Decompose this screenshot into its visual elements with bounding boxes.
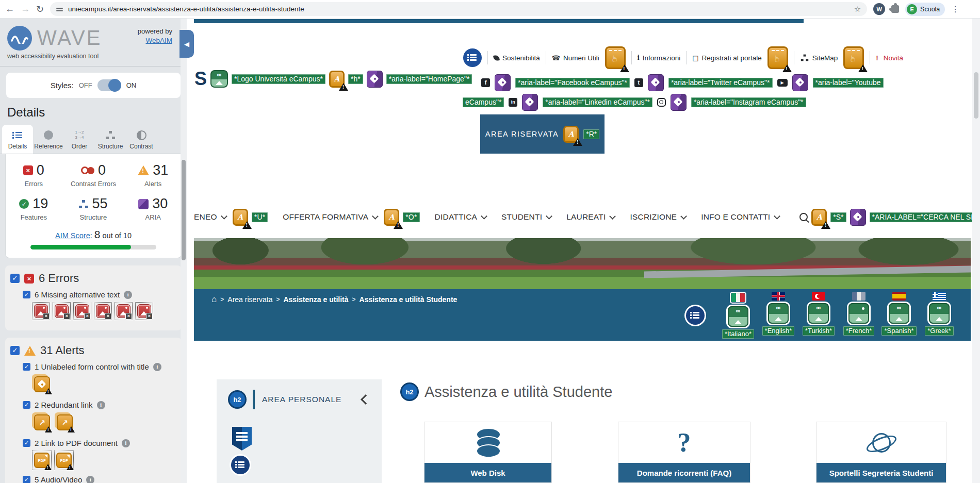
nav-numeri-utili[interactable]: ☎Numeri Utili [552,54,599,62]
h2-badge[interactable]: h2 [228,390,247,409]
tab-reference[interactable]: Reference [33,125,64,154]
lang-french[interactable]: *French* [839,292,879,336]
uk-flag-icon[interactable] [772,292,785,301]
errors-section-checkbox[interactable] [10,274,20,283]
info-icon[interactable] [122,439,130,447]
nav-shield-icon[interactable] [232,427,252,451]
youtube-icon[interactable]: ▶ [777,79,788,87]
h2-badge[interactable]: h2 [400,382,419,401]
linked-image-icon[interactable] [929,303,950,324]
wave-extension-icon[interactable]: W [873,3,885,15]
missing-alt-icon[interactable]: × [32,302,50,320]
facebook-annotation[interactable]: *aria-label="Facebook eCampus"* [515,78,630,88]
missing-alt-checkbox[interactable] [23,291,30,298]
language-menu-icon[interactable] [686,306,705,325]
redundant-link-checkbox[interactable] [23,401,30,409]
pdf-link-icon[interactable] [54,451,74,470]
lang-spanish[interactable]: *Spanish* [879,292,919,336]
linkedin-annotation[interactable]: *aria-label="Linkedin eCampus"* [543,97,652,107]
heading-annotation[interactable]: *h* [348,74,363,84]
styles-toggle[interactable] [97,79,121,91]
tab-details[interactable]: Details [2,125,33,154]
nav-iscrizione[interactable]: ISCRIZIONE [630,212,686,222]
facebook-icon[interactable]: f [481,78,490,87]
extensions-puzzle-icon[interactable] [891,5,899,13]
info-icon[interactable] [86,476,94,483]
linked-image-icon[interactable] [210,70,228,88]
turkey-flag-icon[interactable] [812,292,825,301]
o-annotation[interactable]: *O* [403,212,419,222]
info-icon[interactable] [153,363,161,371]
unlabeled-form-checkbox[interactable] [23,363,30,371]
nav-registrati[interactable]: ▤Registrati al portale [692,54,762,62]
aria-label-tag-icon[interactable] [850,209,866,226]
breadcrumb-item[interactable]: Assistenza e utilità [283,295,348,304]
lang-english[interactable]: *English* [758,292,798,336]
aria-label-tag-icon[interactable] [671,94,687,111]
unlabeled-form-icon[interactable] [32,374,52,395]
lang-greek[interactable]: *Greek* [919,292,959,336]
device-dependent-alert-icon[interactable] [843,46,864,69]
nav-laureati[interactable]: LAUREATI [566,212,615,222]
instagram-icon[interactable] [657,98,666,107]
alt-text-alert-icon[interactable] [329,71,345,88]
nav-sostenibilita[interactable]: Sostenibilità [494,54,540,62]
r-annotation[interactable]: *R* [583,129,599,139]
browser-menu-icon[interactable]: ⋮ [951,4,959,14]
url-text[interactable]: uniecampus.it/area-riservata/assistenza-… [68,5,304,13]
alt-text-alert-icon[interactable] [233,209,248,226]
nav-studenti[interactable]: STUDENTI [501,212,551,222]
missing-alt-icon[interactable]: × [73,302,91,320]
menu-list-icon[interactable] [463,48,482,67]
site-logo-fragment[interactable]: S [194,68,207,90]
wave-scrollbar-thumb[interactable] [182,160,186,260]
search-icon[interactable] [799,213,808,221]
linked-image-icon[interactable] [728,306,748,327]
card-faq[interactable]: Domande ricorrenti (FAQ) [618,422,750,483]
aria-label-tag-icon[interactable] [792,74,808,91]
lang-turkish[interactable]: *Turkish* [798,292,839,336]
back-icon[interactable]: ← [5,4,14,14]
youtube-annotation-part2[interactable]: eCampus"* [463,97,504,107]
card-web-disk[interactable]: Web Disk [424,422,552,483]
tab-structure[interactable]: Structure [95,125,126,154]
linked-image-icon[interactable] [889,303,909,324]
audio-video-checkbox[interactable] [23,476,30,483]
alt-text-alert-icon[interactable] [384,209,399,226]
nav-ateneo[interactable]: ENEO *U* [194,209,268,226]
france-flag-icon[interactable] [852,292,865,301]
youtube-annotation-part1[interactable]: *aria-label="Youtube [813,78,884,88]
alerts-section-checkbox[interactable] [10,346,20,355]
list-menu-icon[interactable] [231,456,250,474]
redundant-link-icon[interactable] [55,412,75,434]
page-scrollbar[interactable] [972,19,980,483]
reload-icon[interactable]: ↻ [36,4,44,15]
tab-contrast[interactable]: Contrast [126,125,157,154]
breadcrumb-item[interactable]: Area riservata [227,295,272,304]
alt-text-alert-icon[interactable] [563,126,579,143]
wave-collapse-button[interactable]: ◀ [179,30,194,58]
site-settings-icon[interactable] [56,6,63,12]
alt-text-alert-icon[interactable] [811,209,827,226]
nav-sitemap[interactable]: SiteMap [800,54,838,62]
nav-novita[interactable]: !Novità [876,54,903,62]
info-icon[interactable] [97,401,105,409]
bookmark-star-icon[interactable]: ☆ [854,5,861,14]
linkedin-icon[interactable]: in [509,98,517,107]
aria-label-tag-icon[interactable] [522,94,538,111]
spain-flag-icon[interactable] [892,292,906,301]
nav-offerta-formativa[interactable]: OFFERTA FORMATIVA *O* [283,209,419,226]
card-sportelli[interactable]: Sportelli Segreteria Studenti [816,422,946,483]
missing-alt-icon[interactable]: × [115,302,133,320]
homepage-annotation[interactable]: *aria-label="HomePage"* [386,74,472,84]
aria-label-tag-icon[interactable] [367,71,383,88]
home-icon[interactable]: ⌂ [211,296,217,303]
info-icon[interactable] [124,291,132,299]
aria-label-tag-icon[interactable] [648,74,664,91]
greece-flag-icon[interactable] [933,292,946,301]
nav-info-contatti[interactable]: INFO E CONTATTI [701,212,779,222]
twitter-icon[interactable]: t [634,78,643,87]
tab-order[interactable]: 1→2 3→4 Order [64,125,95,154]
logo-alt-annotation[interactable]: *Logo Università eCampus* [232,74,325,84]
pdf-link-checkbox[interactable] [23,439,30,447]
